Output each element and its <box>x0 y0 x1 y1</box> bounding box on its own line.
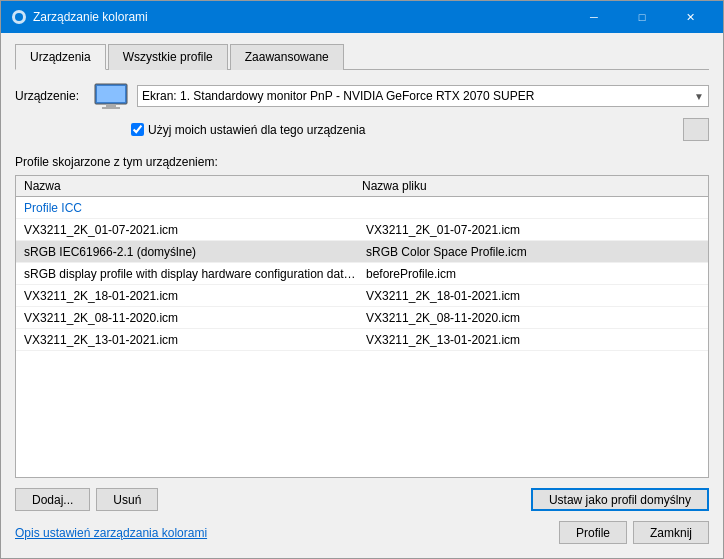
cell-name: sRGB IEC61966-2.1 (domyślne) <box>24 245 366 259</box>
table-row[interactable]: sRGB display profile with display hardwa… <box>16 263 708 285</box>
cell-name: VX3211_2K_13-01-2021.icm <box>24 333 366 347</box>
cell-filename: sRGB Color Space Profile.icm <box>366 245 700 259</box>
svg-point-1 <box>15 13 23 21</box>
remove-button[interactable]: Usuń <box>96 488 158 511</box>
cell-name: sRGB display profile with display hardwa… <box>24 267 366 281</box>
device-row: Urządzenie: Ekran: 1. Standardowy monito… <box>15 82 709 110</box>
action-buttons: Dodaj... Usuń Ustaw jako profil domyślny <box>15 488 709 511</box>
cell-filename: VX3211_2K_18-01-2021.icm <box>366 289 700 303</box>
table-row[interactable]: VX3211_2K_13-01-2021.icm VX3211_2K_13-01… <box>16 329 708 351</box>
checkbox-label: Użyj moich ustawień dla tego urządzenia <box>148 123 365 137</box>
profiles-table: Nazwa Nazwa pliku Profile ICC VX3211_2K_… <box>15 175 709 478</box>
table-row[interactable]: sRGB IEC61966-2.1 (domyślne) sRGB Color … <box>16 241 708 263</box>
color-management-link[interactable]: Opis ustawień zarządzania kolorami <box>15 526 207 540</box>
table-header: Nazwa Nazwa pliku <box>16 176 708 197</box>
device-dropdown[interactable]: Ekran: 1. Standardowy monitor PnP - NVID… <box>137 85 709 107</box>
footer-row: Opis ustawień zarządzania kolorami Profi… <box>15 521 709 544</box>
app-icon <box>11 9 27 25</box>
cell-name: VX3211_2K_08-11-2020.icm <box>24 311 366 325</box>
col-name-header: Nazwa <box>24 179 362 193</box>
title-bar-controls: ─ □ ✕ <box>571 7 713 27</box>
svg-rect-4 <box>106 104 116 107</box>
set-default-button[interactable]: Ustaw jako profil domyślny <box>531 488 709 511</box>
minimize-button[interactable]: ─ <box>571 7 617 27</box>
tab-wszystkie-profile[interactable]: Wszystkie profile <box>108 44 228 70</box>
cell-name: VX3211_2K_01-07-2021.icm <box>24 223 366 237</box>
cell-filename: VX3211_2K_01-07-2021.icm <box>366 223 700 237</box>
identify-monitors-button[interactable] <box>683 118 709 141</box>
cell-name: VX3211_2K_18-01-2021.icm <box>24 289 366 303</box>
device-dropdown-value: Ekran: 1. Standardowy monitor PnP - NVID… <box>142 89 690 103</box>
title-bar-left: Zarządzanie kolorami <box>11 9 148 25</box>
table-row[interactable]: VX3211_2K_01-07-2021.icm VX3211_2K_01-07… <box>16 219 708 241</box>
use-settings-checkbox[interactable] <box>131 123 144 136</box>
profile-icc-link[interactable]: Profile ICC <box>24 201 366 215</box>
main-window: Zarządzanie kolorami ─ □ ✕ Urządzenia Ws… <box>0 0 724 559</box>
close-button[interactable]: Zamknij <box>633 521 709 544</box>
monitor-icon <box>93 82 129 110</box>
section-label: Profile skojarzone z tym urządzeniem: <box>15 155 709 169</box>
close-window-button[interactable]: ✕ <box>667 7 713 27</box>
add-button[interactable]: Dodaj... <box>15 488 90 511</box>
device-label: Urządzenie: <box>15 89 85 103</box>
tab-urzadzenia[interactable]: Urządzenia <box>15 44 106 70</box>
cell-filename: VX3211_2K_13-01-2021.icm <box>366 333 700 347</box>
cell-filename: beforeProfile.icm <box>366 267 700 281</box>
window-content: Urządzenia Wszystkie profile Zaawansowan… <box>1 33 723 558</box>
svg-rect-3 <box>97 86 125 102</box>
tab-zaawansowane[interactable]: Zaawansowane <box>230 44 344 70</box>
tab-bar: Urządzenia Wszystkie profile Zaawansowan… <box>15 43 709 70</box>
profile-button[interactable]: Profile <box>559 521 627 544</box>
title-bar: Zarządzanie kolorami ─ □ ✕ <box>1 1 723 33</box>
table-row[interactable]: VX3211_2K_08-11-2020.icm VX3211_2K_08-11… <box>16 307 708 329</box>
table-row[interactable]: VX3211_2K_18-01-2021.icm VX3211_2K_18-01… <box>16 285 708 307</box>
window-title: Zarządzanie kolorami <box>33 10 148 24</box>
cell-filename: VX3211_2K_08-11-2020.icm <box>366 311 700 325</box>
maximize-button[interactable]: □ <box>619 7 665 27</box>
col-filename-header: Nazwa pliku <box>362 179 700 193</box>
dropdown-arrow-icon: ▼ <box>694 91 704 102</box>
svg-rect-5 <box>102 107 120 109</box>
table-row[interactable]: Profile ICC <box>16 197 708 219</box>
